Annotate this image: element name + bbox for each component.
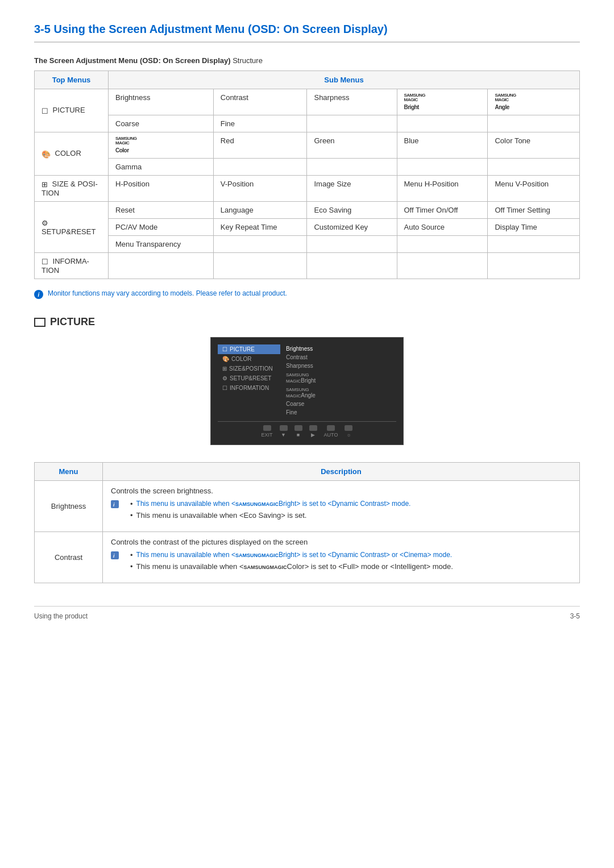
contrast-note-1: • This menu is unavailable when <SAMSUNG… (122, 551, 453, 559)
osd-right-label: ▶ (311, 432, 315, 438)
sub-item: Sharpness (307, 89, 397, 115)
picture-icon: ☐ (42, 107, 48, 115)
sub-item: Menu V-Position (488, 176, 580, 202)
picture-section-title: PICTURE (34, 316, 580, 328)
contrast-bullet-1: • (130, 551, 133, 559)
sub-item: Eco Saving (307, 202, 397, 219)
osd-menu-color: 🎨 COLOR (218, 354, 280, 364)
menu-cell-setup: ⚙SETUP&RESET (35, 202, 109, 253)
table-row: ☐ PICTURE Brightness Contrast Sharpness … (35, 89, 580, 115)
sub-item: Off Timer Setting (488, 202, 580, 219)
samsung-magic-angle: SAMSUNGMAGICAngle (495, 93, 572, 110)
osd-menu-picture: ☐ PICTURE (218, 344, 280, 354)
note-text: Monitor functions may vary according to … (48, 289, 287, 297)
osd-picture-icon: ☐ (222, 346, 227, 352)
sub-item: Image Size (307, 176, 397, 202)
osd-sub-sharpness: Sharpness (286, 362, 396, 370)
top-menus-header: Top Menus (35, 71, 109, 89)
sub-item: Off Timer On/Off (397, 202, 488, 219)
sub-item (397, 115, 488, 132)
desc-header-menu: Menu (35, 463, 103, 481)
sub-item (213, 253, 307, 279)
sub-item: Key Repeat Time (213, 219, 307, 236)
sub-item (397, 253, 488, 279)
desc-menu-contrast: Contrast (35, 532, 103, 583)
sub-item: PC/AV Mode (109, 219, 214, 236)
brightness-note-2-text: This menu is unavailable when <Eco Savin… (136, 511, 307, 520)
desc-content-contrast: Controls the contrast of the pictures di… (103, 532, 580, 583)
osd-right-submenu: Brightness Contrast Sharpness SAMSUNGMAG… (286, 344, 396, 417)
sub-item: Display Time (488, 219, 580, 236)
contrast-bullet-2: • (130, 562, 133, 571)
sub-item (109, 253, 214, 279)
osd-menu-size: ⊞ SIZE&POSITION (218, 364, 280, 373)
sub-item: Language (213, 202, 307, 219)
sub-item: Blue (397, 132, 488, 159)
bullet-1: • (130, 500, 133, 508)
table-row: ⊞ SIZE & POSI-TION H-Position V-Position… (35, 176, 580, 202)
contrast-note-1-text: This menu is unavailable when <SAMSUNGMA… (136, 551, 453, 559)
color-icon: 🎨 (42, 150, 51, 159)
contrast-note-icon: i (111, 551, 119, 561)
osd-bottom-buttons: EXIT ▼ ■ ▶ AUTO ☼ (218, 421, 396, 438)
osd-btn-select: ■ (294, 425, 302, 438)
footer-right: 3-5 (570, 612, 580, 620)
sub-menus-header: Sub Menus (109, 71, 580, 89)
sub-item: Menu Transparency (109, 236, 214, 253)
osd-content: ☐ PICTURE 🎨 COLOR ⊞ SIZE&POSITION ⚙ SETU… (218, 344, 396, 417)
osd-sub-brightness: Brightness (286, 344, 396, 353)
sub-item: Green (307, 132, 397, 159)
bullet-2: • (130, 511, 133, 520)
osd-left-menu: ☐ PICTURE 🎨 COLOR ⊞ SIZE&POSITION ⚙ SETU… (218, 344, 280, 417)
table-row: Menu Transparency (35, 236, 580, 253)
osd-setup-icon: ⚙ (222, 375, 227, 381)
osd-down-icon (280, 425, 288, 431)
page-title: 3-5 Using the Screen Adjustment Menu (OS… (34, 23, 580, 43)
desc-menu-brightness: Brightness (35, 481, 103, 532)
osd-power-label: ☼ (346, 432, 351, 438)
sub-item: Menu H-Position (397, 176, 488, 202)
osd-btn-auto: AUTO (324, 425, 338, 438)
osd-color-icon: 🎨 (222, 356, 229, 362)
brightness-note-2: • This menu is unavailable when <Eco Sav… (122, 511, 410, 520)
brightness-note-group: i • This menu is unavailable when <SAMSU… (111, 500, 571, 522)
osd-sub-magic-bright: SAMSUNGMAGICBright (286, 370, 396, 385)
osd-right-icon (309, 425, 317, 431)
sub-item: Customized Key (307, 219, 397, 236)
brightness-intro: Controls the screen brightness. (111, 487, 571, 495)
picture-section-icon (34, 318, 45, 327)
size-icon: ⊞ (42, 180, 48, 189)
osd-down-label: ▼ (281, 432, 286, 438)
contrast-note-2-text: This menu is unavailable when <SAMSUNGMA… (136, 562, 453, 571)
menu-cell-picture: ☐ PICTURE (35, 89, 109, 132)
svg-rect-2 (111, 551, 119, 559)
osd-exit-icon (263, 425, 271, 431)
sub-item: Brightness (109, 89, 214, 115)
menu-cell-color: 🎨 COLOR (35, 132, 109, 176)
contrast-note-svg: i (111, 551, 119, 559)
sub-item (488, 236, 580, 253)
table-row: Coarse Fine (35, 115, 580, 132)
note-svg-icon: i (111, 500, 119, 508)
osd-menu-setup: ⚙ SETUP&RESET (218, 373, 280, 383)
sub-item (488, 159, 580, 176)
osd-auto-icon (327, 425, 335, 431)
sub-item: SAMSUNGMAGICAngle (488, 89, 580, 115)
osd-power-icon (345, 425, 352, 431)
osd-menu-info: ☐ INFORMATION (218, 383, 280, 393)
brightness-note-icon: i (111, 500, 119, 510)
sub-item (488, 115, 580, 132)
structure-label-normal: Structure (231, 56, 263, 65)
table-row: PC/AV Mode Key Repeat Time Customized Ke… (35, 219, 580, 236)
svg-rect-0 (111, 500, 119, 508)
structure-label-bold: The Screen Adjustment Menu (OSD: On Scre… (34, 56, 231, 65)
note-icon: i (34, 290, 43, 299)
sub-item (307, 159, 397, 176)
menu-cell-info: ☐ INFORMA-TION (35, 253, 109, 279)
sub-item: SAMSUNGMAGICBright (397, 89, 488, 115)
osd-table: Top Menus Sub Menus ☐ PICTURE Brightness… (34, 70, 580, 279)
contrast-note-group: i • This menu is unavailable when <SAMSU… (111, 551, 571, 574)
sub-item: Contrast (213, 89, 307, 115)
osd-select-icon (294, 425, 302, 431)
osd-btn-exit: EXIT (262, 425, 273, 438)
